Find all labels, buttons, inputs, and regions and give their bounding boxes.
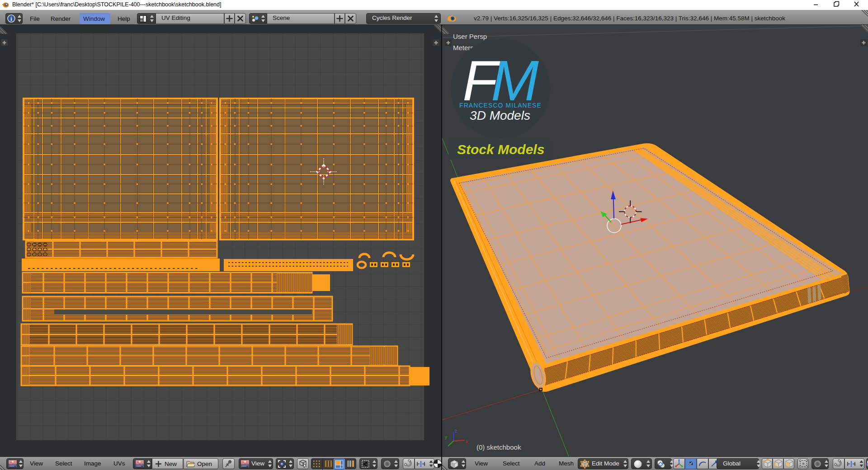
svg-text:Stock Models: Stock Models <box>457 142 544 157</box>
svg-text:z: z <box>455 428 457 433</box>
svg-text:x: x <box>466 439 468 444</box>
svg-text:User Persp: User Persp <box>453 33 487 40</box>
svg-text:y: y <box>445 435 447 440</box>
svg-text:(0) sketchbook: (0) sketchbook <box>476 443 521 451</box>
svg-text:FRANCESCO MILANESE: FRANCESCO MILANESE <box>459 102 542 109</box>
svg-text:3D Models: 3D Models <box>470 108 530 122</box>
